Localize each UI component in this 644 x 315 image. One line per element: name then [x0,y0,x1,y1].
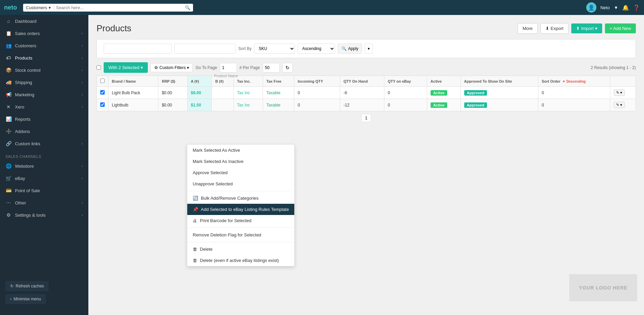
stock-icon: 📦 [5,67,12,73]
sidebar-item-stock-control[interactable]: 📦 Stock control › [0,64,88,76]
per-page-input[interactable] [263,63,280,72]
dropdown-add-ebay[interactable]: 📌 Add Selected to eBay Listing Rules Tem… [187,204,294,215]
sort-order-select[interactable]: Ascending Descending [298,44,335,54]
help-icon[interactable]: ❓ [633,4,640,11]
search-bar: Customers ▾ 🔍 [23,4,193,12]
bulk-categories-icon: 🔄 [193,196,198,201]
sidebar-item-settings[interactable]: ⚙ Settings & tools › [0,209,88,221]
select-all-checkbox[interactable] [97,65,101,70]
chevron-right-icon: › [82,80,83,84]
topnav-right: 👤 Neto ▼ 🔔 ❓ [586,2,640,13]
username-label[interactable]: Neto [601,5,610,10]
add-ebay-icon: 📌 [193,207,198,212]
sales-orders-icon: 📋 [5,31,12,36]
col-qty-ebay: QTY on eBay [384,76,427,87]
sidebar-item-custom-links[interactable]: 🔗 Custom links › [0,137,88,150]
results-text: 2 Results (showing 1 - 2) [591,65,636,70]
dropdown-bulk-categories[interactable]: 🔄 Bulk Add/Remove Categories [187,193,294,204]
row2-a-price: $1.50 [187,99,212,111]
sidebar-label-webstore: Webstore [15,164,78,169]
print-icon: 🖨 [193,218,197,223]
dropdown-print-barcode[interactable]: 🖨 Print Barcode for Selected [187,215,294,226]
sidebar-item-reports[interactable]: 📊 Reports [0,113,88,125]
sidebar-item-webstore[interactable]: 🌐 Webstore › [0,160,88,172]
row2-checkbox [97,99,108,111]
search-input[interactable] [56,5,183,10]
product-name-filter[interactable] [104,44,172,54]
page-1-button[interactable]: 1 [361,114,371,122]
custom-filters-button[interactable]: ⚙ Custom Filters ▾ [151,63,193,72]
col-qty-on-hand: QTY On Hand [340,76,384,87]
row-checkbox[interactable] [100,102,105,107]
import-button[interactable]: ⬆ Import ▾ [571,23,602,33]
sidebar-label-xero: Xero [15,104,78,110]
main-content: Products More ⬇ Export ⬆ Import ▾ + Add … [88,15,644,315]
remove-deletion-label: Remove Deletion Flag for Selected [193,232,261,237]
divider-2 [187,228,294,228]
settings-icon: ⚙ [5,212,12,218]
row2-edit: ✎ ▾ [610,99,636,111]
row1-qty-on-hand: -6 [340,87,384,99]
more-button[interactable]: More [518,23,538,34]
home-icon: ⌂ [5,18,12,24]
toolbar: With 2 Selected ▾ ⚙ Custom Filters ▾ Go … [97,62,636,73]
table-header-row: Brand / Name RRP ($) A (¢) B (¢) Tax Inc… [97,76,636,87]
row1-qty-ebay: 0 [384,87,427,99]
sort-by-select[interactable]: SKU [254,44,295,54]
sidebar-label-ebay: eBay [15,176,78,181]
search-icon: 🔍 [185,5,190,10]
add-new-button[interactable]: + Add New [605,23,636,33]
addons-icon: ➕ [5,129,12,134]
row1-edit-button[interactable]: ✎ ▾ [614,89,625,96]
dropdown-delete-ebay[interactable]: 🗑 Delete (even if active eBay listings e… [187,255,294,266]
dropdown-approve[interactable]: Approve Selected [187,167,294,178]
sidebar-item-shipping[interactable]: 🚚 Shipping › [0,76,88,88]
filter-icon: ⚙ [154,65,158,70]
dropdown-remove-deletion[interactable]: Remove Deletion Flag for Selected [187,229,294,241]
dropdown-delete[interactable]: 🗑 Delete [187,244,294,255]
header-checkbox[interactable] [100,79,105,83]
url-filter[interactable] [174,44,236,54]
page-title: Products [97,23,518,34]
sidebar-item-other[interactable]: ⋯ Other › [0,197,88,209]
sidebar-label-marketing: Marketing [15,92,78,97]
trash-ebay-icon: 🗑 [193,258,197,263]
with-selected-button[interactable]: With 2 Selected ▾ [104,62,148,73]
search-icon: 🔍 [342,46,347,51]
dropdown-mark-inactive[interactable]: Mark Selected As Inactive [187,156,294,167]
sidebar-item-products[interactable]: 🏷 Products › [0,52,88,64]
row-checkbox[interactable] [100,90,105,95]
sidebar-item-ebay[interactable]: 🛒 eBay › [0,172,88,184]
sidebar-item-marketing[interactable]: 📢 Marketing › [0,88,88,101]
unapprove-label: Unapprove Selected [193,181,233,186]
sidebar-bottom: ↻ Refresh caches ‹ Minimise menu [0,277,88,308]
sidebar-item-addons[interactable]: ➕ Addons [0,125,88,137]
go-to-page-input[interactable] [220,63,237,72]
row2-edit-button[interactable]: ✎ ▾ [614,102,625,108]
sidebar-label-shipping: Shipping [15,80,78,85]
sort-by-label: Sort By [238,46,251,51]
row1-brand-name: Light Bulb Pack [108,87,158,99]
minimise-menu-button[interactable]: ‹ Minimise menu [5,294,46,304]
chevron-right-icon: › [82,201,83,205]
dropdown-unapprove[interactable]: Unapprove Selected [187,178,294,189]
sidebar-item-sales-orders[interactable]: 📋 Sales orders › [0,27,88,39]
col-checkbox [97,76,108,87]
chevron-right-icon: › [82,31,83,35]
search-context-dropdown[interactable]: Customers ▾ [26,5,54,10]
sidebar-item-customers[interactable]: 👥 Customers › [0,39,88,52]
notifications-icon[interactable]: 🔔 [622,4,629,11]
refresh-caches-button[interactable]: ↻ Refresh caches [5,281,49,291]
sidebar-item-point-of-sale[interactable]: 💳 Point of Sale [0,184,88,197]
chevron-down-icon: ▾ [595,26,597,31]
sidebar-item-xero[interactable]: ✕ Xero › [0,101,88,113]
divider-3 [187,242,294,242]
dropdown-mark-active[interactable]: Mark Selected As Active [187,145,294,156]
page-header: Products More ⬇ Export ⬆ Import ▾ + Add … [97,23,636,34]
refresh-table-button[interactable]: ↻ [282,63,293,72]
chevron-right-icon: › [82,68,83,72]
sidebar-item-dashboard[interactable]: ⌂ Dashboard [0,15,88,27]
collapse-filter-button[interactable]: ▾ [365,44,373,54]
export-button[interactable]: ⬇ Export [540,23,569,34]
apply-button[interactable]: 🔍 Apply [338,44,362,54]
